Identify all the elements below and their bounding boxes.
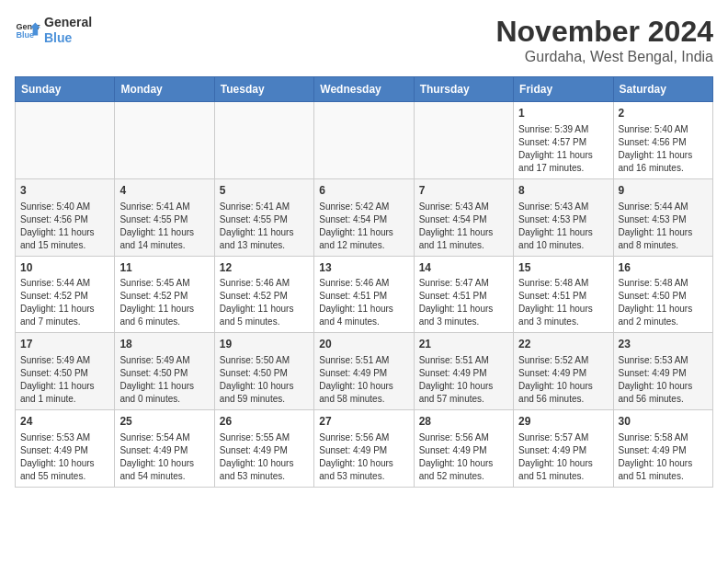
day-info: Sunset: 4:49 PM <box>419 367 508 380</box>
day-info: Sunset: 4:53 PM <box>619 213 708 226</box>
calendar-cell: 29Sunrise: 5:57 AMSunset: 4:49 PMDayligh… <box>514 410 613 488</box>
day-info: Daylight: 11 hours and 12 minutes. <box>319 226 408 252</box>
calendar-cell: 8Sunrise: 5:43 AMSunset: 4:53 PMDaylight… <box>514 178 613 256</box>
day-number: 5 <box>220 183 309 199</box>
day-info: Sunrise: 5:55 AM <box>220 431 309 444</box>
day-info: Sunrise: 5:42 AM <box>319 201 408 213</box>
svg-text:Blue: Blue <box>16 30 34 40</box>
day-info: Daylight: 11 hours and 13 minutes. <box>220 226 309 252</box>
day-info: Sunrise: 5:41 AM <box>220 201 309 213</box>
day-number: 28 <box>419 414 508 430</box>
day-info: Sunrise: 5:58 AM <box>619 431 708 444</box>
day-info: Daylight: 11 hours and 6 minutes. <box>119 303 209 328</box>
day-info: Daylight: 11 hours and 1 minute. <box>20 380 109 406</box>
day-info: Sunrise: 5:52 AM <box>518 354 608 367</box>
day-number: 3 <box>20 183 109 199</box>
calendar-cell: 10Sunrise: 5:44 AMSunset: 4:52 PMDayligh… <box>16 256 115 333</box>
day-info: Daylight: 11 hours and 0 minutes. <box>119 380 209 406</box>
day-number: 26 <box>220 414 309 430</box>
calendar-cell: 13Sunrise: 5:46 AMSunset: 4:51 PMDayligh… <box>314 256 414 333</box>
week-row-1: 1Sunrise: 5:39 AMSunset: 4:57 PMDaylight… <box>16 102 713 179</box>
day-info: Sunrise: 5:51 AM <box>319 354 408 367</box>
day-info: Sunrise: 5:39 AM <box>518 123 608 136</box>
location-title: Gurdaha, West Bengal, India <box>495 49 713 65</box>
calendar-cell: 20Sunrise: 5:51 AMSunset: 4:49 PMDayligh… <box>314 333 414 410</box>
day-number: 10 <box>20 260 109 276</box>
day-info: Daylight: 10 hours and 54 minutes. <box>119 457 209 483</box>
day-number: 23 <box>619 337 708 352</box>
day-info: Daylight: 10 hours and 51 minutes. <box>619 457 708 483</box>
calendar-cell: 30Sunrise: 5:58 AMSunset: 4:49 PMDayligh… <box>613 410 712 488</box>
day-info: Sunset: 4:53 PM <box>518 213 608 226</box>
logo-general: General <box>44 15 92 30</box>
logo-icon: General Blue <box>15 17 40 43</box>
day-info: Daylight: 10 hours and 51 minutes. <box>518 457 608 483</box>
day-number: 4 <box>119 183 209 199</box>
day-info: Sunset: 4:51 PM <box>319 290 408 303</box>
day-info: Sunset: 4:49 PM <box>220 444 309 457</box>
day-info: Daylight: 11 hours and 3 minutes. <box>419 303 508 328</box>
day-number: 6 <box>319 183 408 199</box>
day-info: Sunrise: 5:40 AM <box>20 201 109 213</box>
day-info: Daylight: 11 hours and 3 minutes. <box>518 303 608 328</box>
day-info: Sunset: 4:50 PM <box>220 367 309 380</box>
day-info: Sunrise: 5:49 AM <box>119 354 209 367</box>
day-info: Sunset: 4:49 PM <box>20 444 109 457</box>
day-info: Sunrise: 5:54 AM <box>119 431 209 444</box>
day-info: Sunset: 4:52 PM <box>20 290 109 303</box>
day-info: Sunset: 4:49 PM <box>419 444 508 457</box>
day-info: Daylight: 11 hours and 8 minutes. <box>619 226 708 252</box>
day-info: Sunset: 4:49 PM <box>518 444 608 457</box>
day-info: Daylight: 11 hours and 16 minutes. <box>619 149 708 175</box>
day-info: Daylight: 10 hours and 57 minutes. <box>419 380 508 406</box>
day-info: Daylight: 10 hours and 53 minutes. <box>220 457 309 483</box>
calendar-cell: 4Sunrise: 5:41 AMSunset: 4:55 PMDaylight… <box>115 178 214 256</box>
day-info: Daylight: 11 hours and 5 minutes. <box>220 303 309 328</box>
day-info: Sunset: 4:50 PM <box>619 290 708 303</box>
day-info: Sunrise: 5:45 AM <box>119 277 209 290</box>
calendar-cell: 22Sunrise: 5:52 AMSunset: 4:49 PMDayligh… <box>514 333 613 410</box>
day-info: Daylight: 11 hours and 14 minutes. <box>119 226 209 252</box>
day-number: 21 <box>419 337 508 352</box>
day-number: 24 <box>20 414 109 430</box>
day-info: Daylight: 10 hours and 56 minutes. <box>619 380 708 406</box>
day-info: Sunset: 4:49 PM <box>319 444 408 457</box>
day-number: 13 <box>319 260 408 276</box>
day-info: Daylight: 11 hours and 7 minutes. <box>20 303 109 328</box>
day-info: Sunrise: 5:53 AM <box>20 431 109 444</box>
calendar-cell: 15Sunrise: 5:48 AMSunset: 4:51 PMDayligh… <box>514 256 613 333</box>
calendar-cell: 23Sunrise: 5:53 AMSunset: 4:49 PMDayligh… <box>613 333 712 410</box>
day-info: Sunrise: 5:44 AM <box>619 201 708 213</box>
logo: General Blue General Blue <box>15 15 92 46</box>
day-number: 2 <box>619 106 708 121</box>
day-info: Sunrise: 5:44 AM <box>20 277 109 290</box>
day-info: Daylight: 10 hours and 58 minutes. <box>319 380 408 406</box>
title-block: November 2024 Gurdaha, West Bengal, Indi… <box>495 15 713 65</box>
day-info: Sunrise: 5:43 AM <box>419 201 508 213</box>
day-info: Sunset: 4:49 PM <box>619 444 708 457</box>
calendar-cell: 14Sunrise: 5:47 AMSunset: 4:51 PMDayligh… <box>414 256 513 333</box>
week-row-4: 17Sunrise: 5:49 AMSunset: 4:50 PMDayligh… <box>16 333 713 410</box>
day-info: Sunset: 4:55 PM <box>220 213 309 226</box>
day-info: Sunset: 4:51 PM <box>419 290 508 303</box>
calendar-cell: 3Sunrise: 5:40 AMSunset: 4:56 PMDaylight… <box>16 178 115 256</box>
day-info: Sunrise: 5:51 AM <box>419 354 508 367</box>
column-header-thursday: Thursday <box>414 77 513 102</box>
day-info: Sunset: 4:55 PM <box>119 213 209 226</box>
day-info: Sunset: 4:51 PM <box>518 290 608 303</box>
calendar-cell: 2Sunrise: 5:40 AMSunset: 4:56 PMDaylight… <box>613 102 712 179</box>
day-info: Daylight: 11 hours and 15 minutes. <box>20 226 109 252</box>
column-header-wednesday: Wednesday <box>314 77 414 102</box>
calendar-cell: 11Sunrise: 5:45 AMSunset: 4:52 PMDayligh… <box>115 256 214 333</box>
day-info: Daylight: 10 hours and 55 minutes. <box>20 457 109 483</box>
calendar-cell: 21Sunrise: 5:51 AMSunset: 4:49 PMDayligh… <box>414 333 513 410</box>
calendar-cell: 27Sunrise: 5:56 AMSunset: 4:49 PMDayligh… <box>314 410 414 488</box>
day-info: Daylight: 10 hours and 59 minutes. <box>220 380 309 406</box>
calendar-header-row: SundayMondayTuesdayWednesdayThursdayFrid… <box>16 77 713 102</box>
calendar-cell <box>115 102 214 179</box>
day-number: 9 <box>619 183 708 199</box>
calendar-cell: 19Sunrise: 5:50 AMSunset: 4:50 PMDayligh… <box>214 333 313 410</box>
day-info: Daylight: 11 hours and 4 minutes. <box>319 303 408 328</box>
calendar-cell: 18Sunrise: 5:49 AMSunset: 4:50 PMDayligh… <box>115 333 214 410</box>
day-number: 12 <box>220 260 309 276</box>
